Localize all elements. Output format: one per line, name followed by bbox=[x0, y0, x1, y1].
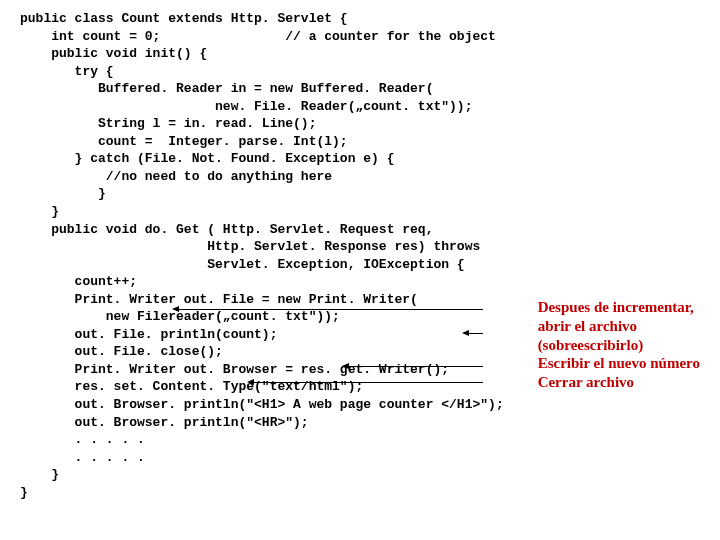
code-line: out. Browser. println("<HR>"); bbox=[20, 414, 700, 432]
code-line: String l = in. read. Line(); bbox=[20, 115, 700, 133]
arrow-icon bbox=[465, 333, 483, 334]
annotation-line: (sobreescribirlo) bbox=[538, 336, 700, 355]
code-line: try { bbox=[20, 63, 700, 81]
arrow-icon bbox=[250, 382, 483, 383]
arrow-icon bbox=[175, 309, 483, 310]
annotation-line: Cerrar archivo bbox=[538, 373, 700, 392]
annotation-line: Escribir el nuevo número bbox=[538, 354, 700, 373]
code-line: public void do. Get ( Http. Servlet. Req… bbox=[20, 221, 700, 239]
code-block: public class Count extends Http. Servlet… bbox=[20, 10, 700, 501]
code-line: . . . . . bbox=[20, 449, 700, 467]
code-line: public class Count extends Http. Servlet… bbox=[20, 10, 700, 28]
arrow-icon bbox=[345, 366, 483, 367]
code-line: int count = 0; // a counter for the obje… bbox=[20, 28, 700, 46]
code-line: new. File. Reader(„count. txt")); bbox=[20, 98, 700, 116]
annotation-block: Despues de incrementar, abrir el archivo… bbox=[538, 298, 700, 392]
code-line: Buffered. Reader in = new Buffered. Read… bbox=[20, 80, 700, 98]
code-line: public void init() { bbox=[20, 45, 700, 63]
code-line: . . . . . bbox=[20, 431, 700, 449]
code-line: Http. Servlet. Response res) throws bbox=[20, 238, 700, 256]
annotation-line: abrir el archivo bbox=[538, 317, 700, 336]
code-line: } catch (File. Not. Found. Exception e) … bbox=[20, 150, 700, 168]
code-line: out. Browser. println("<H1> A web page c… bbox=[20, 396, 700, 414]
code-line: } bbox=[20, 484, 700, 502]
code-line: count++; bbox=[20, 273, 700, 291]
code-line: //no need to do anything here bbox=[20, 168, 700, 186]
code-line: } bbox=[20, 203, 700, 221]
code-line: } bbox=[20, 185, 700, 203]
code-line: count = Integer. parse. Int(l); bbox=[20, 133, 700, 151]
code-line: Servlet. Exception, IOException { bbox=[20, 256, 700, 274]
annotation-line: Despues de incrementar, bbox=[538, 298, 700, 317]
code-line: } bbox=[20, 466, 700, 484]
